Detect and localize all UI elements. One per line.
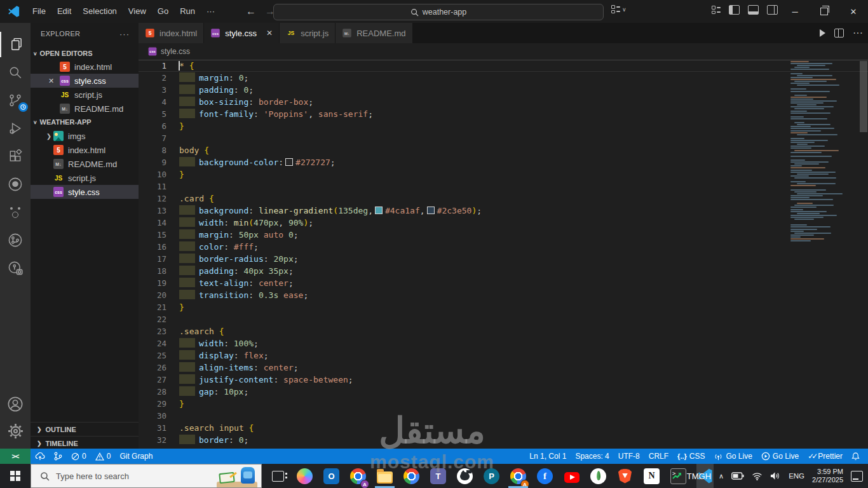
github-icon[interactable]: [0, 172, 31, 197]
taskbar-brave-icon[interactable]: [616, 464, 634, 488]
code-line-6[interactable]: 6}: [139, 120, 868, 132]
taskbar-copilot-icon[interactable]: [296, 464, 313, 488]
toggle-panel-icon[interactable]: [748, 5, 759, 15]
status-ln-1-col-1[interactable]: Ln 1, Col 1: [525, 449, 571, 464]
status-go-live[interactable]: Go Live: [709, 449, 756, 464]
status-git-graph-ico[interactable]: [50, 449, 67, 464]
status-git-graph[interactable]: Git Graph: [115, 449, 157, 464]
status-0[interactable]: 0: [67, 449, 91, 464]
taskbar-youtube-icon[interactable]: [563, 464, 580, 488]
open-editor-script-js[interactable]: JSscript.js: [31, 88, 139, 102]
customize-layout-icon[interactable]: [712, 6, 721, 14]
taskbar-notion-icon[interactable]: N: [643, 464, 660, 488]
tray-clock[interactable]: 3:59 PM2/27/2025: [812, 468, 843, 484]
code-line-21[interactable]: 21}: [139, 301, 868, 313]
file-imgs[interactable]: ❯imgs: [31, 129, 139, 143]
code-line-13[interactable]: 13background: linear-gradient(135deg,#4c…: [139, 205, 868, 217]
outline-section[interactable]: ❯ OUTLINE: [31, 422, 139, 437]
scrollbar[interactable]: [859, 60, 868, 449]
code-line-10[interactable]: 10}: [139, 168, 868, 180]
wifi-icon[interactable]: [752, 472, 763, 480]
file-README-md[interactable]: M↓README.md: [31, 157, 139, 171]
settings-gear-icon[interactable]: [0, 418, 31, 444]
extension-face-icon[interactable]: [0, 200, 31, 225]
taskbar-task-view-icon[interactable]: [269, 464, 287, 488]
menu-selection[interactable]: Selection: [77, 0, 122, 23]
explorer-actions-icon[interactable]: ···: [119, 29, 130, 39]
start-button[interactable]: [0, 464, 31, 488]
status-css[interactable]: {..}CSS: [673, 449, 709, 464]
taskbar-search[interactable]: Type here to search: [31, 464, 262, 488]
code-line-30[interactable]: 30: [139, 410, 868, 422]
menu-view[interactable]: View: [123, 0, 152, 23]
code-line-9[interactable]: 9background-color:#272727;: [139, 156, 868, 168]
accounts-layout-icon[interactable]: ∨: [611, 5, 627, 13]
taskbar-mongodb-icon[interactable]: [590, 464, 607, 488]
code-line-15[interactable]: 15margin: 50px auto 0;: [139, 229, 868, 241]
keyboard-language[interactable]: ENG: [789, 472, 804, 480]
code-line-16[interactable]: 16color: #fff;: [139, 241, 868, 253]
code-line-29[interactable]: 29}: [139, 398, 868, 410]
code-line-1[interactable]: 1* {: [139, 60, 868, 72]
tab-style-css[interactable]: cssstyle.css✕: [204, 23, 280, 43]
status-spaces-4[interactable]: Spaces: 4: [571, 449, 613, 464]
menu-run[interactable]: Run: [174, 0, 201, 23]
toggle-secondary-sidebar-icon[interactable]: [767, 5, 778, 15]
minimize-button[interactable]: ─: [780, 0, 810, 23]
status-go-live[interactable]: Go Live: [757, 449, 803, 464]
menu-file[interactable]: File: [27, 0, 51, 23]
tray-chevron-icon[interactable]: ∧: [719, 472, 724, 480]
code-line-2[interactable]: 2margin: 0;: [139, 72, 868, 84]
taskbar-github-icon[interactable]: [456, 464, 473, 488]
run-file-icon[interactable]: [820, 29, 825, 37]
command-center-search[interactable]: weather-app: [273, 4, 604, 20]
split-editor-icon[interactable]: [834, 29, 844, 37]
open-editor-index-html[interactable]: 5index.html: [31, 60, 139, 74]
taskbar-file-explorer-icon[interactable]: [376, 464, 393, 488]
status-prettier[interactable]: ✓✓Prettier: [803, 449, 847, 464]
code-line-27[interactable]: 27justify-content: space-between;: [139, 374, 868, 386]
file-style-css[interactable]: cssstyle.css: [31, 185, 139, 199]
tab-README-md[interactable]: M↓README.md: [336, 23, 412, 43]
remote-indicator[interactable]: ><: [0, 449, 31, 464]
battery-icon[interactable]: [731, 472, 744, 480]
source-control-icon[interactable]: [0, 88, 31, 113]
code-line-14[interactable]: 14width: min(470px, 90%);: [139, 217, 868, 229]
status-utf-8[interactable]: UTF-8: [614, 449, 644, 464]
taskbar-chrome-icon[interactable]: A: [510, 464, 527, 488]
menu-[interactable]: ···: [201, 0, 220, 23]
close-tab-icon[interactable]: ✕: [266, 29, 273, 37]
open-editors-header[interactable]: ∨ OPEN EDITORS: [31, 47, 139, 60]
breadcrumb[interactable]: css style.css: [139, 43, 868, 60]
code-line-25[interactable]: 25display: flex;: [139, 349, 868, 362]
taskbar-chrome-icon[interactable]: [403, 464, 420, 488]
code-line-11[interactable]: 11: [139, 180, 868, 193]
more-actions-icon[interactable]: ···: [853, 27, 863, 39]
project-header[interactable]: ∨ WEATHER-APP: [31, 116, 139, 128]
code-line-20[interactable]: 20transition: 0.3s ease;: [139, 289, 868, 301]
run-debug-icon[interactable]: [0, 116, 31, 141]
file-index-html[interactable]: 5index.html: [31, 143, 139, 157]
code-line-22[interactable]: 22: [139, 313, 868, 325]
menu-go[interactable]: Go: [152, 0, 174, 23]
taskbar-outlook-icon[interactable]: O: [323, 464, 340, 488]
minimap[interactable]: [788, 61, 859, 252]
code-line-4[interactable]: 4box-sizing: border-box;: [139, 96, 868, 108]
taskbar-facebook-icon[interactable]: f: [536, 464, 553, 488]
code-line-18[interactable]: 18padding: 40px 35px;: [139, 265, 868, 277]
close-editor-icon[interactable]: ✕: [48, 77, 54, 85]
extensions-icon[interactable]: [0, 144, 31, 169]
menu-edit[interactable]: Edit: [51, 0, 77, 23]
code-line-31[interactable]: 31.search input {: [139, 422, 868, 434]
toggle-sidebar-icon[interactable]: [729, 5, 740, 15]
tray-app-tmgh[interactable]: TMGH: [672, 471, 711, 481]
status-cloud-upload[interactable]: [31, 449, 50, 464]
tab-index-html[interactable]: 5index.html: [139, 23, 204, 43]
code-line-24[interactable]: 24width: 100%;: [139, 337, 868, 349]
taskbar-packet-tracer-icon[interactable]: P: [483, 464, 500, 488]
code-editor[interactable]: 1* {2margin: 0;3padding: 0;4box-sizing: …: [139, 60, 868, 449]
code-line-19[interactable]: 19text-align: center;: [139, 277, 868, 289]
code-line-32[interactable]: 32border: 0;: [139, 434, 868, 446]
status-crlf[interactable]: CRLF: [644, 449, 673, 464]
restore-button[interactable]: [810, 0, 839, 23]
